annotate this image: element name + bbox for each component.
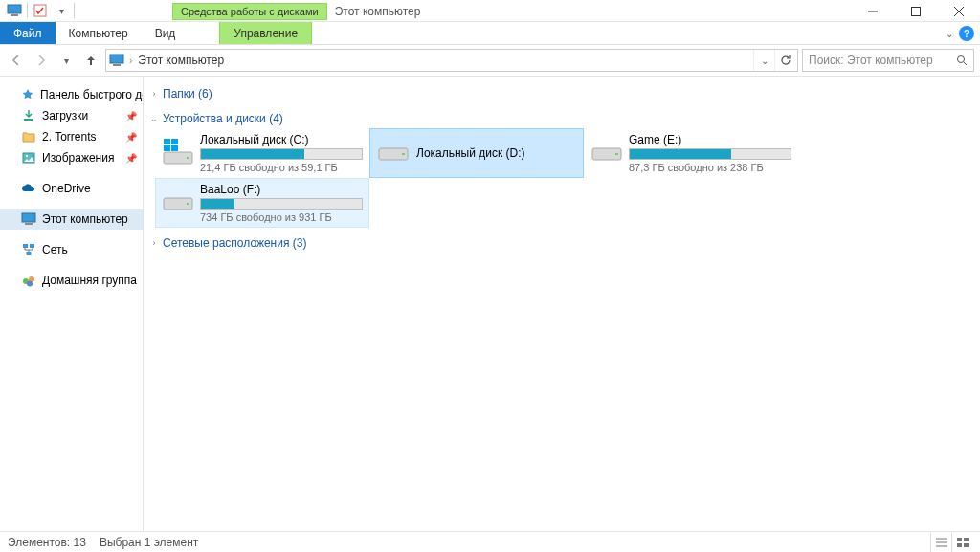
drive-name: Локальный диск (D:)	[416, 146, 577, 160]
search-icon	[956, 55, 968, 66]
svg-rect-18	[27, 252, 32, 255]
chevron-down-icon: ⌄	[149, 114, 159, 123]
group-header-netloc[interactable]: › Сетевые расположения (3)	[149, 233, 974, 253]
sidebar-label: Сеть	[42, 243, 68, 256]
drive-free-text: 87,3 ГБ свободно из 238 ГБ	[629, 162, 791, 173]
tiles-view-button[interactable]	[951, 533, 972, 552]
capacity-bar	[200, 198, 363, 210]
details-view-button[interactable]	[930, 533, 951, 552]
up-button[interactable]	[80, 50, 101, 71]
sidebar-item-downloads[interactable]: Загрузки 📌	[0, 105, 143, 126]
separator	[27, 3, 28, 18]
network-icon	[21, 242, 36, 257]
drive-f[interactable]: BaaLoo (F:) 734 ГБ свободно из 931 ГБ	[155, 178, 369, 228]
refresh-button[interactable]	[774, 50, 795, 71]
svg-rect-17	[30, 244, 34, 248]
group-title: Папки (6)	[163, 87, 212, 100]
svg-rect-4	[911, 7, 920, 15]
maximize-button[interactable]	[894, 0, 937, 22]
title-center: Средства работы с дисками Этот компьютер	[172, 3, 420, 20]
svg-rect-40	[964, 543, 969, 547]
tab-file[interactable]: Файл	[0, 22, 56, 44]
location-icon	[108, 52, 125, 69]
svg-rect-25	[171, 139, 178, 144]
capacity-bar	[629, 148, 791, 160]
sidebar-item-images[interactable]: Изображения 📌	[0, 147, 143, 168]
capacity-fill	[201, 149, 304, 159]
pin-icon: 📌	[125, 111, 137, 121]
address-dropdown-icon[interactable]: ⌄	[753, 50, 774, 71]
svg-rect-24	[164, 139, 170, 144]
drive-name: Game (E:)	[629, 133, 791, 146]
minimize-button[interactable]	[851, 0, 894, 22]
sidebar-item-network[interactable]: Сеть	[0, 239, 143, 260]
sidebar-label: 2. Torrents	[42, 130, 96, 144]
sidebar-label: Панель быстрого дос	[40, 88, 144, 101]
back-button[interactable]	[6, 50, 27, 71]
homegroup-icon	[21, 273, 36, 288]
qat-dropdown-icon[interactable]: ▾	[51, 0, 72, 21]
group-header-devices[interactable]: ⌄ Устройства и диски (4)	[149, 109, 974, 128]
sidebar-item-onedrive[interactable]: OneDrive	[0, 178, 143, 199]
tab-manage[interactable]: Управление	[219, 22, 312, 44]
sidebar-item-this-pc[interactable]: Этот компьютер	[0, 209, 143, 230]
breadcrumb-segment[interactable]: Этот компьютер	[136, 54, 226, 67]
tab-view[interactable]: Вид	[142, 22, 189, 44]
ribbon-tabs: Файл Компьютер Вид Управление ⌄ ?	[0, 22, 980, 45]
svg-rect-31	[615, 153, 618, 155]
breadcrumb-separator-icon[interactable]: ›	[129, 55, 132, 66]
separator	[74, 3, 75, 18]
svg-rect-23	[187, 157, 189, 159]
sidebar-item-homegroup[interactable]: Домашняя группа	[0, 270, 143, 291]
expand-ribbon-icon[interactable]: ⌄	[946, 29, 953, 39]
view-mode-switcher	[930, 533, 972, 552]
status-bar: Элементов: 13 Выбран 1 элемент	[0, 531, 980, 552]
group-header-folders[interactable]: › Папки (6)	[149, 84, 974, 103]
ribbon-right: ⌄ ?	[946, 22, 974, 45]
svg-rect-38	[964, 538, 969, 541]
drive-grid: Локальный диск (C:) 21,4 ГБ свободно из …	[149, 128, 974, 228]
svg-rect-7	[110, 55, 123, 63]
drive-icon	[376, 136, 411, 170]
sidebar-label: Этот компьютер	[42, 212, 128, 226]
svg-point-9	[958, 56, 965, 63]
properties-icon[interactable]	[30, 0, 51, 21]
forward-button[interactable]	[31, 50, 52, 71]
chevron-right-icon: ›	[149, 89, 159, 99]
drive-icon	[590, 136, 623, 170]
drive-free-text: 734 ГБ свободно из 931 ГБ	[200, 211, 363, 223]
capacity-fill	[630, 149, 731, 159]
drive-name: Локальный диск (C:)	[200, 133, 363, 146]
drive-d[interactable]: Локальный диск (D:)	[369, 128, 584, 178]
sidebar-item-torrents[interactable]: 2. Torrents 📌	[0, 126, 143, 147]
quick-access-toolbar: ▾	[0, 0, 77, 21]
sidebar-label: OneDrive	[42, 182, 91, 195]
onedrive-icon	[21, 181, 36, 196]
tab-computer[interactable]: Компьютер	[56, 22, 142, 44]
svg-rect-8	[113, 64, 121, 66]
window-title: Этот компьютер	[335, 5, 421, 18]
search-input[interactable]: Поиск: Этот компьютер	[802, 49, 974, 72]
drive-c[interactable]: Локальный диск (C:) 21,4 ГБ свободно из …	[155, 128, 369, 178]
svg-line-10	[964, 62, 967, 65]
svg-rect-29	[402, 153, 405, 155]
main-body: Панель быстрого дос Загрузки 📌 2. Torren…	[0, 76, 980, 531]
drive-e[interactable]: Game (E:) 87,3 ГБ свободно из 238 ГБ	[584, 128, 798, 178]
svg-rect-0	[8, 5, 21, 13]
address-bar[interactable]: › Этот компьютер ⌄	[105, 49, 798, 72]
capacity-fill	[201, 199, 234, 209]
this-pc-icon	[21, 211, 36, 227]
drive-free-text: 21,4 ГБ свободно из 59,1 ГБ	[200, 162, 363, 173]
group-title: Устройства и диски (4)	[163, 112, 283, 125]
star-icon	[21, 87, 34, 102]
svg-rect-37	[957, 538, 962, 541]
spacer	[189, 22, 219, 44]
recent-dropdown-icon[interactable]: ▾	[56, 50, 77, 71]
drive-os-icon	[162, 136, 194, 170]
sidebar-item-quick-access[interactable]: Панель быстрого дос	[0, 84, 143, 105]
help-icon[interactable]: ?	[959, 26, 974, 41]
close-button[interactable]	[937, 0, 980, 22]
svg-rect-14	[22, 213, 35, 222]
svg-rect-11	[24, 119, 33, 121]
group-folders: › Папки (6)	[149, 84, 974, 103]
